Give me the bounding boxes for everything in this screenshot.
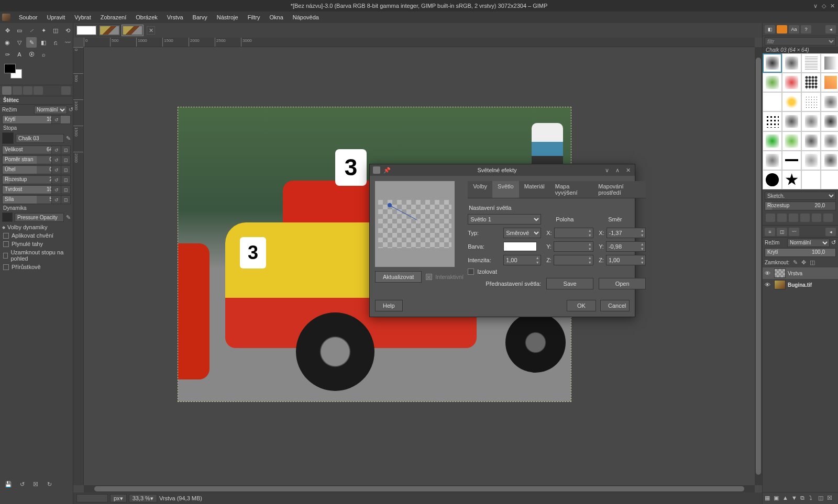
tab-mapa[interactable]: Mapa vyvýšení [550, 181, 593, 198]
chk-incremental[interactable]: Přírůstkově [0, 263, 73, 271]
bi-edit-icon[interactable] [766, 214, 775, 222]
brush-edit-icon[interactable]: ✎ [66, 135, 71, 142]
fg-color[interactable] [4, 64, 16, 73]
tab-material[interactable]: Materiál [519, 181, 550, 198]
maximize-icon[interactable]: ◇ [822, 3, 826, 9]
save-button[interactable]: Save [546, 278, 593, 289]
tool-text[interactable]: A [14, 49, 25, 60]
sketch-select[interactable]: Sketch. [765, 192, 836, 200]
tool-bucket[interactable]: ▽ [14, 37, 25, 48]
tab-channels[interactable]: ◫ [777, 228, 787, 236]
brush-filter[interactable]: filtr [765, 37, 836, 46]
tool-crop[interactable]: ◫ [50, 25, 61, 36]
dock-tab-3[interactable] [23, 86, 32, 95]
dir-y-input[interactable]: -0,98▲▼ [606, 241, 646, 252]
tab-svetlo[interactable]: Světlo [492, 181, 519, 198]
menu-zobrazeni[interactable]: Zobrazení [96, 13, 131, 22]
tool-brush[interactable]: ✎ [26, 37, 37, 48]
menu-soubor[interactable]: Soubor [15, 13, 41, 22]
dyn-thumb[interactable] [2, 212, 13, 222]
dyn-name[interactable]: Pressure Opacity [15, 213, 64, 222]
dock-tab-4[interactable] [34, 86, 43, 95]
menu-vrstva[interactable]: Vrstva [163, 13, 188, 22]
layer-mode-toggle[interactable]: ↺ [831, 239, 836, 246]
open-button[interactable]: Open [599, 278, 646, 289]
lock-alpha-icon[interactable]: ◫ [810, 259, 815, 266]
chk-jitter[interactable]: Aplikovat chvění [0, 231, 73, 240]
new-layer-icon[interactable]: ▦ [765, 495, 772, 502]
color-swatch[interactable] [2, 64, 23, 83]
tool-eraser[interactable]: ◧ [38, 37, 49, 48]
close-icon[interactable]: ✕ [830, 3, 835, 9]
restore-icon[interactable]: ↺ [18, 480, 26, 488]
chk-lock-view[interactable]: Uzamknout stopu na pohled [0, 248, 73, 263]
menu-vybrat[interactable]: Vybrat [70, 13, 95, 22]
mode-reset-icon[interactable]: ↺ [69, 106, 73, 113]
layer-mode-select[interactable]: Normální [787, 239, 830, 247]
reset-icon[interactable]: ↻ [45, 480, 53, 488]
menu-barvy[interactable]: Barvy [189, 13, 212, 22]
lock-pos-icon[interactable]: ✥ [801, 259, 806, 266]
tab-fonts[interactable]: Aa [789, 25, 799, 33]
update-button[interactable]: Aktualizovat [375, 271, 422, 283]
ok-button[interactable]: OK [567, 300, 596, 311]
lock-pixel-icon[interactable]: ✎ [793, 259, 798, 266]
brush-thumb[interactable] [2, 132, 14, 144]
tool-move[interactable]: ✥ [2, 25, 13, 36]
up-icon[interactable]: ▲ [782, 495, 790, 502]
preview-canvas[interactable] [378, 200, 451, 248]
mask-icon[interactable]: ◫ [818, 495, 825, 502]
layer-opacity[interactable]: Krytí100,0 [765, 248, 836, 257]
dyn-edit-icon[interactable]: ✎ [66, 214, 71, 221]
menu-napoveda[interactable]: Nápověda [289, 13, 323, 22]
menu-nastroje[interactable]: Nástroje [213, 13, 242, 22]
dock-tab-2[interactable] [13, 86, 22, 95]
image-tab-2[interactable] [98, 25, 120, 36]
brush-name[interactable]: Chalk 03 [16, 134, 64, 143]
brush-grid[interactable] [763, 53, 838, 189]
merge-icon[interactable]: ⤵ [809, 495, 817, 502]
down-icon[interactable]: ▼ [791, 495, 799, 502]
tool-picker[interactable]: ⦿ [26, 49, 37, 60]
bi-del-icon[interactable] [800, 214, 810, 222]
bi-open-icon[interactable] [823, 214, 833, 222]
minimize-icon[interactable]: ∨ [813, 3, 818, 9]
dock-menu-icon[interactable] [61, 86, 71, 95]
tool-smudge[interactable]: 〰 [62, 37, 73, 48]
layer-name-1[interactable]: Bugina.tif [788, 282, 812, 288]
force-slider[interactable]: Síla50,0↺⊡ [2, 195, 71, 204]
status-unit[interactable]: px ▾ [110, 494, 127, 502]
tool-zoom[interactable]: ⌕ [38, 49, 49, 60]
tab-layers[interactable]: ≡ [765, 228, 775, 236]
spacing-slider-right[interactable]: Rozestup20,0 [765, 201, 836, 210]
dialog-titlebar[interactable]: 📌 Světelné efekty ∨ ∧ ✕ [370, 164, 635, 176]
layer-row-0[interactable]: 👁 Vrstva [763, 267, 838, 279]
opacity-slider[interactable]: Krytí 100,0 ↺ [2, 115, 71, 124]
group-icon[interactable]: ▣ [774, 495, 781, 502]
help-button[interactable]: Help [375, 300, 403, 311]
hardness-slider[interactable]: Tvrdost100,0↺⊡ [2, 185, 71, 194]
status-zoom[interactable]: 33,3 % ▾ [129, 494, 157, 502]
size-slider[interactable]: Velikost64,00↺⊡ [2, 145, 71, 154]
image-tab-close[interactable]: ✕ [147, 26, 155, 35]
tab-volby[interactable]: Volby [468, 181, 492, 198]
pos-z-input[interactable]: ▲▼ [554, 255, 593, 265]
dir-x-input[interactable]: -1,37▲▼ [607, 228, 646, 238]
tab-paths[interactable]: 〰 [789, 228, 799, 236]
tool-rect-select[interactable]: ▭ [14, 25, 25, 36]
pos-x-input[interactable]: ▲▼ [554, 228, 594, 238]
tool-path[interactable]: ✑ [2, 49, 13, 60]
tab-mapovani[interactable]: Mapování prostředí [593, 181, 646, 198]
image-tab-1[interactable] [75, 25, 97, 36]
intensity-input[interactable]: 1,00▲▼ [503, 255, 541, 265]
dup-layer-icon[interactable]: ⧉ [800, 495, 808, 502]
tab-brushes[interactable]: ◧ [765, 25, 775, 33]
tab-patterns[interactable] [777, 25, 787, 33]
light-number-select[interactable]: Světlo 1 [468, 214, 541, 225]
isolate-check[interactable]: Izolovat [468, 268, 541, 275]
ruler-vertical[interactable]: 0500100015002000 [73, 47, 84, 485]
bi-new-icon[interactable] [777, 214, 787, 222]
spacing-slider[interactable]: Rozestup20,0↺⊡ [2, 175, 71, 184]
layer-visible-icon-1[interactable]: 👁 [765, 282, 772, 288]
mode-select[interactable]: Normální [34, 106, 67, 114]
